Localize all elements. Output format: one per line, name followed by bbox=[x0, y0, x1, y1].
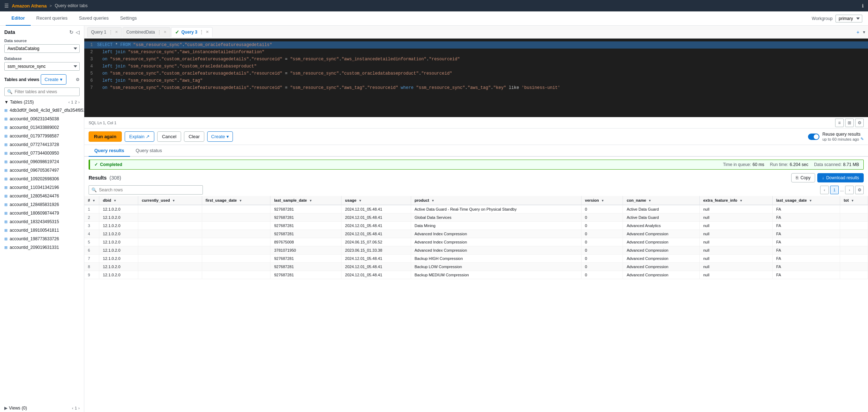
col-header-product[interactable]: product ▼ bbox=[411, 196, 581, 205]
views-next-icon[interactable]: › bbox=[78, 406, 80, 410]
table-item[interactable]: ⊞ accountid_006231045038 ⋮ bbox=[0, 115, 84, 123]
collapse-icon[interactable]: ◁ bbox=[76, 29, 80, 35]
data-source-select[interactable]: AwsDataCatalog bbox=[4, 44, 80, 53]
page-1[interactable]: 1 bbox=[71, 100, 73, 104]
views-arrow[interactable]: ▶ bbox=[4, 406, 8, 411]
table-item[interactable]: ⊞ accountid_110341342196 ⋮ bbox=[0, 183, 84, 192]
col-header-version[interactable]: version ▼ bbox=[581, 196, 623, 205]
cell-con-name: Advanced Compression bbox=[623, 263, 699, 271]
collapse-editor-button[interactable]: ▾ bbox=[863, 30, 865, 35]
cell-usage: 2024.12.01_05.48.41 bbox=[341, 230, 411, 238]
query-tab-3-kebab[interactable]: ⋮ bbox=[199, 30, 204, 35]
col-header-last-sample-date[interactable]: last_sample_date ▼ bbox=[270, 196, 341, 205]
tab-settings[interactable]: Settings bbox=[114, 11, 143, 26]
search-rows-input[interactable] bbox=[89, 185, 203, 195]
query-tab-3-close[interactable]: ✕ bbox=[206, 30, 209, 34]
settings-editor-icon[interactable]: ⚙ bbox=[855, 119, 864, 127]
code-editor[interactable]: 1 SELECT * FROM "ssm_resource_sync"."cus… bbox=[84, 39, 868, 117]
results-tab-query-results[interactable]: Query results bbox=[89, 145, 130, 157]
results-tab-query-status[interactable]: Query status bbox=[130, 145, 168, 157]
page-2[interactable]: 2 bbox=[75, 100, 77, 104]
table-item[interactable]: ⊞ accountid_096705367497 ⋮ bbox=[0, 166, 84, 175]
table-item[interactable]: ⊞ accountid_013433889002 ⋮ bbox=[0, 123, 84, 132]
table-item[interactable]: ⊞ accountid_209019631331 ⋮ bbox=[0, 243, 84, 252]
cell-last-usage: FA bbox=[773, 263, 840, 271]
query-tab-combined-kebab[interactable]: ⋮ bbox=[157, 30, 161, 35]
table-item[interactable]: ⊞ accountid_077274413728 ⋮ bbox=[0, 140, 84, 149]
cell-last-sample-date: 927687281 bbox=[270, 230, 341, 238]
explain-button[interactable]: Explain ↗ bbox=[125, 131, 155, 142]
col-header-extra-feature-info[interactable]: extra_feature_info ▼ bbox=[699, 196, 772, 205]
table-item[interactable]: ⊞ accountid_109202698306 ⋮ bbox=[0, 175, 84, 183]
prev-page-btn[interactable]: ‹ bbox=[820, 186, 829, 194]
tab-recent-queries[interactable]: Recent queries bbox=[31, 11, 73, 26]
table-icon: ⊞ bbox=[4, 160, 8, 164]
col-header-num[interactable]: # ▼ bbox=[84, 196, 99, 205]
col-header-usage[interactable]: usage ▼ bbox=[341, 196, 411, 205]
views-prev-icon[interactable]: ‹ bbox=[72, 406, 74, 410]
col-header-dbid[interactable]: dbid ▼ bbox=[99, 196, 138, 205]
prev-page-icon[interactable]: ‹ bbox=[68, 100, 70, 104]
table-settings-icon[interactable]: ⚙ bbox=[855, 186, 864, 194]
cancel-button[interactable]: Cancel bbox=[157, 131, 181, 142]
table-icon[interactable]: ⊞ bbox=[845, 119, 854, 127]
table-item[interactable]: ⊞ 4db3df0f_0eb8_4c3d_9d87_dfa354f852a1_t… bbox=[0, 106, 84, 115]
col-header-tot[interactable]: tot ▼ bbox=[840, 196, 868, 205]
table-item[interactable]: ⊞ accountid_128485831926 ⋮ bbox=[0, 200, 84, 209]
workgroup-select[interactable]: primary bbox=[835, 15, 862, 22]
col-header-first-usage-date[interactable]: first_usage_date ▼ bbox=[202, 196, 270, 205]
table-row: 8 12.1.0.2.0 927687281 2024.12.01_05.48.… bbox=[84, 263, 868, 271]
query-tab-1-kebab[interactable]: ⋮ bbox=[109, 30, 113, 35]
query-tab-1-close[interactable]: ✕ bbox=[115, 30, 118, 34]
table-icon: ⊞ bbox=[4, 177, 8, 181]
col-header-currently-used[interactable]: currently_used ▼ bbox=[138, 196, 202, 205]
col-header-last-usage-date[interactable]: last_usage_date ▼ bbox=[773, 196, 840, 205]
table-item[interactable]: ⊞ accountid_183243495315 ⋮ bbox=[0, 217, 84, 226]
tab-editor[interactable]: Editor bbox=[6, 11, 31, 26]
views-page-1[interactable]: 1 bbox=[75, 406, 77, 410]
gear-icon[interactable]: ⚙ bbox=[76, 77, 80, 82]
copy-button[interactable]: ⎘ Copy bbox=[791, 173, 815, 182]
table-item[interactable]: ⊞ accountid_096098619724 ⋮ bbox=[0, 157, 84, 166]
query-tab-1-label: Query 1 bbox=[91, 30, 106, 35]
add-tab-button[interactable]: + bbox=[854, 29, 862, 36]
create-dropdown-arrow: ▾ bbox=[60, 77, 63, 82]
query-tab-3[interactable]: ✓ Query 3 ⋮ ✕ bbox=[171, 27, 213, 37]
table-item[interactable]: ⊞ accountid_077344000950 ⋮ bbox=[0, 149, 84, 157]
hamburger-icon[interactable]: ☰ bbox=[4, 3, 9, 9]
results-title: Results (308) bbox=[89, 175, 121, 181]
database-select[interactable]: ssm_resource_sync bbox=[4, 62, 80, 71]
page-1-btn[interactable]: 1 bbox=[830, 186, 839, 194]
next-page-icon[interactable]: › bbox=[78, 100, 80, 104]
table-item[interactable]: ⊞ accountid_180609874479 ⋮ bbox=[0, 209, 84, 217]
table-icon: ⊞ bbox=[4, 228, 8, 233]
col-header-con-name[interactable]: con_name ▼ bbox=[623, 196, 699, 205]
clear-button[interactable]: Clear bbox=[184, 131, 204, 142]
table-item[interactable]: ⊞ accountid_128054624476 ⋮ bbox=[0, 192, 84, 200]
query-tab-1[interactable]: Query 1 ⋮ ✕ bbox=[87, 27, 122, 37]
query-tab-combined-close[interactable]: ✕ bbox=[164, 30, 166, 34]
run-again-button[interactable]: Run again bbox=[89, 131, 122, 142]
tab-saved-queries[interactable]: Saved queries bbox=[73, 11, 114, 26]
tables-collapse-arrow[interactable]: ▼ bbox=[4, 100, 9, 105]
table-name: accountid_209019631331 bbox=[10, 245, 59, 250]
reuse-toggle-switch[interactable] bbox=[808, 134, 819, 140]
table-item[interactable]: ⊞ accountid_198773633726 ⋮ bbox=[0, 235, 84, 243]
query-tab-combined[interactable]: CombinedData ⋮ ✕ bbox=[123, 27, 170, 37]
format-icon[interactable]: ≡ bbox=[835, 119, 844, 127]
cell-product: Backup HIGH Compression bbox=[411, 255, 581, 263]
editor-resize-handle[interactable] bbox=[864, 113, 868, 117]
table-name: accountid_096705367497 bbox=[10, 168, 59, 173]
next-page-btn[interactable]: › bbox=[845, 186, 854, 194]
download-results-button[interactable]: ↓ Download results bbox=[817, 173, 864, 182]
create-button[interactable]: Create ▾ bbox=[41, 74, 66, 85]
info-icon[interactable]: ℹ bbox=[862, 3, 864, 9]
sidebar-icons: ↻ ◁ bbox=[69, 29, 80, 35]
breadcrumb-separator: > bbox=[50, 4, 52, 8]
create-button[interactable]: Create ▾ bbox=[207, 131, 233, 142]
refresh-icon[interactable]: ↻ bbox=[69, 29, 74, 35]
filter-tables-input[interactable] bbox=[4, 87, 80, 96]
reuse-edit-icon[interactable]: ✎ bbox=[860, 137, 864, 141]
table-item[interactable]: ⊞ accountid_017977998587 ⋮ bbox=[0, 132, 84, 140]
table-item[interactable]: ⊞ accountid_189100541811 ⋮ bbox=[0, 226, 84, 235]
